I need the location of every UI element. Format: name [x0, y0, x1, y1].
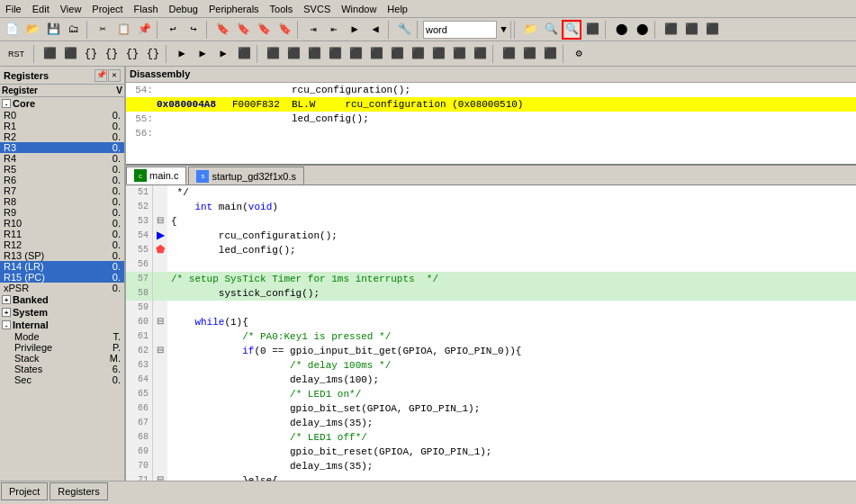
dbg-btn4[interactable]: {} [102, 44, 122, 64]
dbg-btn14[interactable]: ⬛ [325, 44, 345, 64]
new-button[interactable]: 📄 [2, 20, 22, 40]
search-dropdown[interactable]: ▼ [496, 21, 510, 39]
active-search-btn[interactable]: 🔍 [562, 20, 581, 40]
dbg-btn24[interactable]: ⬛ [540, 44, 560, 64]
reg-xPSR[interactable]: xPSR0. [0, 283, 124, 293]
tb-btn-x2[interactable]: ⬤ [611, 20, 631, 40]
find-btn[interactable]: 🔍 [541, 20, 561, 40]
reg-group-core-header[interactable]: - Core [0, 97, 124, 110]
dbg-btn18[interactable]: ⬛ [408, 44, 428, 64]
tb-btn-x5[interactable]: ⬛ [681, 20, 701, 40]
reg-R3[interactable]: R30. [0, 142, 124, 153]
tb-btn-x4[interactable]: ⬛ [661, 20, 680, 40]
reg-R13[interactable]: R13 (SP)0. [0, 250, 124, 261]
reg-R1[interactable]: R10. [0, 121, 124, 131]
reg-R15[interactable]: R15 (PC)0. [0, 272, 124, 283]
menu-svcs[interactable]: SVCS [298, 2, 336, 16]
dbg-btn21[interactable]: ⬛ [470, 44, 490, 64]
reg-privilege[interactable]: PrivilegeP. [0, 342, 124, 353]
reg-R2[interactable]: R20. [0, 131, 124, 142]
dbg-btn20[interactable]: ⬛ [449, 44, 469, 64]
menu-flash[interactable]: Flash [129, 2, 164, 16]
dbg-btn25[interactable]: ⚙ [569, 44, 589, 64]
reg-R8[interactable]: R80. [0, 196, 124, 207]
reg-sec[interactable]: Sec0. [0, 374, 124, 385]
dbg-btn8[interactable]: ▶ [193, 44, 212, 64]
reg-R12[interactable]: R120. [0, 239, 124, 250]
menu-edit[interactable]: Edit [27, 2, 55, 16]
dbg-btn10[interactable]: ⬛ [234, 44, 254, 64]
tab-main-c[interactable]: c main.c [126, 166, 186, 184]
reg-pin-btn[interactable]: 📌 [95, 69, 107, 82]
tb-btn-x1[interactable]: ⬛ [582, 20, 602, 40]
tb-btn-x6[interactable]: ⬛ [702, 20, 722, 40]
dbg-btn11[interactable]: ⬛ [263, 44, 283, 64]
menu-help[interactable]: Help [382, 2, 413, 16]
reg-R10[interactable]: R100. [0, 218, 124, 229]
tb-btn-c[interactable]: 🔖 [254, 20, 274, 40]
reg-R6[interactable]: R60. [0, 175, 124, 185]
menu-peripherals[interactable]: Peripherals [203, 2, 265, 16]
reg-close-btn[interactable]: ✕ [108, 69, 121, 82]
reg-R14[interactable]: R14 (LR)0. [0, 261, 124, 272]
menu-view[interactable]: View [55, 2, 87, 16]
dbg-btn9[interactable]: ▶ [213, 44, 233, 64]
reg-group-banked-header[interactable]: + Banked [0, 293, 124, 306]
reg-stack[interactable]: StackM. [0, 353, 124, 364]
tb-btn-b[interactable]: 🔖 [233, 20, 253, 40]
dbg-btn3[interactable]: {} [81, 44, 101, 64]
dbg-btn7[interactable]: ▶ [172, 44, 192, 64]
save-button[interactable]: 💾 [43, 20, 63, 40]
reg-R0[interactable]: R00. [0, 110, 124, 121]
tb-btn-a[interactable]: 🔖 [212, 20, 232, 40]
paste-button[interactable]: 📌 [134, 20, 154, 40]
reg-R9[interactable]: R90. [0, 207, 124, 218]
code-editor[interactable]: 51 */ 52 int main(void) 53 ⊟ { [126, 185, 856, 481]
indent2-btn[interactable]: ▶ [345, 20, 365, 40]
reg-mode[interactable]: ModeT. [0, 331, 124, 342]
copy-button[interactable]: 📋 [113, 20, 133, 40]
undo-button[interactable]: ↩ [163, 20, 183, 40]
reg-group-system-header[interactable]: + System [0, 306, 124, 319]
dbg-btn19[interactable]: ⬛ [428, 44, 448, 64]
redo-button[interactable]: ↪ [184, 20, 203, 40]
outdent2-btn[interactable]: ◀ [365, 20, 385, 40]
dbg-btn23[interactable]: ⬛ [519, 44, 539, 64]
toggle-btn[interactable]: 🔧 [394, 20, 414, 40]
dbg-btn13[interactable]: ⬛ [304, 44, 324, 64]
bottom-tab-project[interactable]: Project [1, 482, 48, 500]
save-all-button[interactable]: 🗂 [64, 20, 84, 40]
reg-states[interactable]: States6. [0, 364, 124, 374]
dbg-btn16[interactable]: ⬛ [366, 44, 386, 64]
tb-btn-d[interactable]: 🔖 [275, 20, 294, 40]
bottom-tab-registers[interactable]: Registers [50, 482, 107, 500]
cut-button[interactable]: ✂ [93, 20, 113, 40]
reg-R5[interactable]: R50. [0, 164, 124, 175]
dbg-btn5[interactable]: {} [122, 44, 142, 64]
menu-tools[interactable]: Tools [265, 2, 299, 16]
reg-R11[interactable]: R110. [0, 229, 124, 239]
reg-R7[interactable]: R70. [0, 185, 124, 196]
indent-btn[interactable]: ⇥ [303, 20, 323, 40]
disassembly-content[interactable]: 54: rcu_configuration(); 0x080004A8 F000… [126, 83, 856, 164]
menu-file[interactable]: File [0, 2, 27, 16]
rst-btn[interactable]: RST [2, 43, 31, 65]
dbg-btn17[interactable]: ⬛ [387, 44, 407, 64]
browse-btn[interactable]: 📁 [520, 20, 540, 40]
tb-btn-x3[interactable]: ⬤ [632, 20, 652, 40]
dbg-btn1[interactable]: ⬛ [40, 44, 59, 64]
dbg-btn22[interactable]: ⬛ [499, 44, 518, 64]
reg-R4[interactable]: R40. [0, 153, 124, 164]
dbg-btn12[interactable]: ⬛ [284, 44, 303, 64]
tab-startup[interactable]: s startup_gd32f1x0.s [188, 166, 304, 184]
search-input[interactable] [424, 23, 496, 36]
menu-project[interactable]: Project [86, 2, 128, 16]
reg-group-internal-header[interactable]: - Internal [0, 319, 124, 331]
menu-debug[interactable]: Debug [164, 2, 203, 16]
outdent-btn[interactable]: ⇤ [324, 20, 344, 40]
dbg-btn15[interactable]: ⬛ [346, 44, 365, 64]
menu-window[interactable]: Window [336, 2, 382, 16]
dbg-btn2[interactable]: ⬛ [60, 44, 80, 64]
open-button[interactable]: 📂 [23, 20, 42, 40]
dbg-btn6[interactable]: {} [143, 44, 163, 64]
